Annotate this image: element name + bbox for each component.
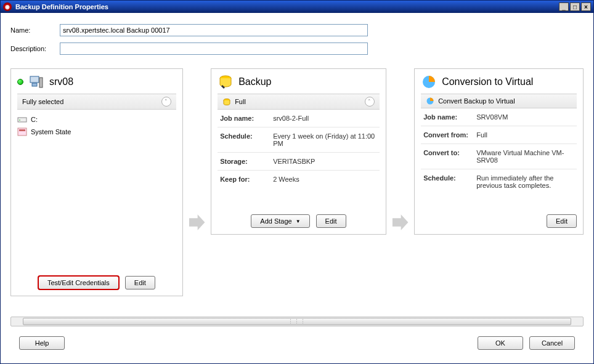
detail-value: Full xyxy=(476,131,574,139)
svg-rect-0 xyxy=(30,76,39,83)
maximize-button[interactable]: □ xyxy=(570,2,580,11)
backup-panel-title: Backup xyxy=(238,76,271,87)
name-label: Name: xyxy=(10,26,60,34)
convert-section-label: Convert Backup to Virtual xyxy=(438,97,515,105)
convert-panel-buttons: Edit xyxy=(415,208,583,234)
svg-rect-2 xyxy=(39,78,43,87)
detail-convertfrom: Convert from: Full xyxy=(421,126,577,144)
server-edit-button[interactable]: Edit xyxy=(125,276,155,289)
svg-rect-1 xyxy=(32,83,37,86)
panels-area: srv08 Fully selected ˄ C: System State xyxy=(10,68,584,314)
server-panel-title: srv08 xyxy=(49,76,73,87)
detail-label: Convert to: xyxy=(423,149,473,164)
convert-details: Job name: SRV08VM Convert from: Full Con… xyxy=(415,108,583,194)
convert-section-bar[interactable]: Convert Backup to Virtual xyxy=(421,94,577,108)
backup-section-label: Full xyxy=(235,98,246,105)
tree-item-label: C: xyxy=(31,116,38,123)
server-panel: srv08 Fully selected ˄ C: System State xyxy=(10,68,183,296)
detail-value: VERITASBKP xyxy=(273,158,377,165)
titlebar: ◉ Backup Definition Properties _ □ × xyxy=(1,1,593,13)
svg-point-4 xyxy=(19,119,20,121)
detail-value: srv08-2-Full xyxy=(273,115,377,122)
backup-cylinder-icon xyxy=(218,74,234,90)
chevron-up-icon[interactable]: ˄ xyxy=(161,97,171,107)
server-icon xyxy=(28,74,44,90)
arrow-right-icon xyxy=(187,212,207,233)
name-input[interactable] xyxy=(60,24,368,36)
detail-convertto: Convert to: VMware Virtual Machine VM-SR… xyxy=(421,144,577,169)
detail-jobname: Job name: SRV08VM xyxy=(421,108,577,126)
app-icon: ◉ xyxy=(3,2,12,11)
detail-schedule: Schedule: Run immediately after the prev… xyxy=(421,169,577,194)
minimize-button[interactable]: _ xyxy=(559,2,569,11)
svg-rect-6 xyxy=(19,129,25,131)
detail-label: Convert from: xyxy=(423,131,473,139)
disk-icon xyxy=(17,115,27,124)
detail-value: 2 Weeks xyxy=(273,176,377,183)
pie-convert-icon xyxy=(421,74,437,90)
convert-panel: Conversion to Virtual Convert Backup to … xyxy=(414,68,584,235)
detail-label: Storage: xyxy=(220,158,269,165)
footer-spacer xyxy=(71,336,471,350)
backup-details: Job name: srv08-2-Full Schedule: Every 1… xyxy=(211,110,386,188)
close-button[interactable]: × xyxy=(581,2,591,11)
full-backup-icon xyxy=(222,97,231,106)
description-label: Description: xyxy=(10,45,60,52)
backup-panel-header: Backup xyxy=(211,69,386,94)
server-section-label: Fully selected xyxy=(22,98,63,105)
convert-edit-button[interactable]: Edit xyxy=(547,214,577,228)
server-section-bar[interactable]: Fully selected ˄ xyxy=(17,94,176,110)
detail-label: Schedule: xyxy=(220,132,269,147)
detail-value: VMware Virtual Machine VM-SRV08 xyxy=(476,149,574,164)
detail-label: Keep for: xyxy=(220,176,269,183)
convert-panel-header: Conversion to Virtual xyxy=(415,69,583,94)
svg-rect-5 xyxy=(18,128,26,135)
dialog-footer: Help OK Cancel xyxy=(10,331,584,357)
server-panel-buttons: Test/Edit Credentials Edit xyxy=(11,270,182,296)
scrollbar-grip-icon: ⋮⋮⋮ xyxy=(288,318,306,325)
status-online-icon xyxy=(17,79,23,85)
server-panel-header: srv08 xyxy=(11,69,182,94)
tree-item-label: System State xyxy=(31,128,71,135)
convert-panel-title: Conversion to Virtual xyxy=(442,76,533,87)
detail-jobname: Job name: srv08-2-Full xyxy=(218,110,380,127)
detail-value: SRV08VM xyxy=(476,113,574,121)
tree-item-c-drive[interactable]: C: xyxy=(17,113,176,126)
detail-keepfor: Keep for: 2 Weeks xyxy=(218,171,380,188)
backup-edit-button[interactable]: Edit xyxy=(316,214,346,228)
content-area: Name: Description: srv08 Fully selected … xyxy=(1,13,593,363)
detail-value: Every 1 week on (Friday) at 11:00 PM xyxy=(273,132,377,147)
horizontal-scrollbar[interactable]: ⋮⋮⋮ xyxy=(10,317,584,326)
backup-section-bar[interactable]: Full ˄ xyxy=(218,94,380,110)
detail-label: Schedule: xyxy=(423,174,473,189)
help-button[interactable]: Help xyxy=(19,336,65,350)
cancel-button[interactable]: Cancel xyxy=(529,336,575,350)
ok-button[interactable]: OK xyxy=(478,336,523,350)
selection-tree: C: System State xyxy=(11,110,182,142)
caret-down-icon: ▼ xyxy=(296,219,301,224)
test-edit-credentials-button[interactable]: Test/Edit Credentials xyxy=(38,276,119,289)
scrollbar-thumb[interactable]: ⋮⋮⋮ xyxy=(23,318,572,325)
convert-section-icon xyxy=(426,97,434,105)
description-row: Description: xyxy=(10,42,584,55)
chevron-up-icon[interactable]: ˄ xyxy=(365,97,375,107)
backup-panel: Backup Full ˄ Job name: srv08-2-Full S xyxy=(211,68,386,235)
add-stage-button[interactable]: Add Stage▼ xyxy=(251,214,309,228)
detail-label: Job name: xyxy=(220,115,269,122)
window-controls: _ □ × xyxy=(559,2,591,11)
detail-schedule: Schedule: Every 1 week on (Friday) at 11… xyxy=(218,127,380,153)
svg-rect-3 xyxy=(18,118,26,122)
name-row: Name: xyxy=(10,24,584,36)
arrow-right-icon xyxy=(390,212,410,233)
tree-item-system-state[interactable]: System State xyxy=(17,126,176,138)
system-state-icon xyxy=(17,127,27,136)
window-title: Backup Definition Properties xyxy=(15,3,559,10)
detail-label: Job name: xyxy=(423,113,473,121)
description-input[interactable] xyxy=(60,42,368,55)
detail-value: Run immediately after the previous task … xyxy=(476,174,574,189)
window: ◉ Backup Definition Properties _ □ × Nam… xyxy=(0,0,594,364)
backup-panel-buttons: Add Stage▼ Edit xyxy=(211,208,386,234)
detail-storage: Storage: VERITASBKP xyxy=(218,153,380,171)
